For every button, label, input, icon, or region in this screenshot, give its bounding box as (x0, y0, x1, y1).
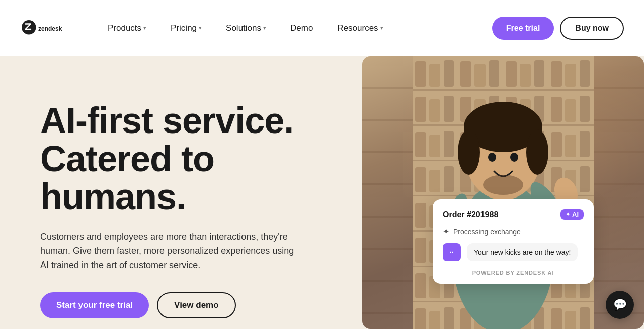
chat-header: Order #201988 AI (443, 209, 584, 220)
logo[interactable]: zendesk (20, 19, 65, 38)
hero-image: Order #201988 AI ✦ Processing exchange ·… (362, 56, 644, 329)
nav-item-solutions[interactable]: Solutions ▾ (214, 19, 278, 37)
svg-point-17 (483, 175, 523, 195)
person-svg (362, 56, 644, 329)
powered-by-label: POWERED BY ZENDESK AI (443, 270, 584, 276)
hero-photo: Order #201988 AI ✦ Processing exchange ·… (362, 56, 644, 329)
chat-avatar: ·· (443, 243, 461, 261)
processing-text: Processing exchange (453, 228, 521, 236)
ai-badge: AI (560, 209, 584, 220)
buy-now-button[interactable]: Buy now (560, 17, 624, 40)
hero-subtext: Customers and employees are more than in… (40, 230, 302, 273)
nav-links: Products ▾ Pricing ▾ Solutions ▾ Demo Re… (96, 19, 492, 37)
start-trial-button[interactable]: Start your free trial (40, 292, 149, 318)
nav-actions: Free trial Buy now (492, 17, 624, 40)
order-number: Order #201988 (443, 210, 498, 219)
nav-item-demo[interactable]: Demo (278, 19, 325, 37)
hero-buttons: Start your free trial View demo (40, 292, 332, 318)
svg-point-16 (510, 153, 518, 162)
svg-point-14 (526, 129, 548, 175)
live-chat-button[interactable]: 💬 (606, 291, 634, 319)
free-trial-button[interactable]: Free trial (492, 17, 554, 40)
svg-rect-0 (22, 20, 36, 35)
nav-item-pricing[interactable]: Pricing ▾ (158, 19, 214, 37)
processing-icon: ✦ (443, 227, 449, 236)
view-demo-button[interactable]: View demo (157, 292, 236, 318)
nav-item-resources[interactable]: Resources ▾ (325, 19, 395, 37)
chat-processing-row: ✦ Processing exchange (443, 227, 584, 236)
svg-point-13 (458, 129, 480, 175)
chat-widget: Order #201988 AI ✦ Processing exchange ·… (433, 199, 594, 284)
chat-bubble: Your new kicks are on the way! (467, 243, 578, 261)
svg-point-15 (488, 153, 496, 162)
chevron-down-icon: ▾ (199, 25, 202, 31)
hero-section: AI-first service. Catered to humans. Cus… (0, 56, 644, 329)
hero-content: AI-first service. Catered to humans. Cus… (40, 87, 332, 318)
chevron-down-icon: ▾ (143, 25, 146, 31)
chevron-down-icon: ▾ (380, 25, 383, 31)
chat-message-row: ·· Your new kicks are on the way! (443, 243, 584, 261)
hero-heading: AI-first service. Catered to humans. (40, 102, 332, 216)
chevron-down-icon: ▾ (263, 25, 266, 31)
chat-icon: 💬 (613, 298, 627, 311)
svg-text:zendesk: zendesk (38, 25, 62, 32)
navbar: zendesk Products ▾ Pricing ▾ Solutions ▾… (0, 0, 644, 56)
zendesk-logo-svg: zendesk (20, 19, 65, 38)
nav-item-products[interactable]: Products ▾ (96, 19, 158, 37)
